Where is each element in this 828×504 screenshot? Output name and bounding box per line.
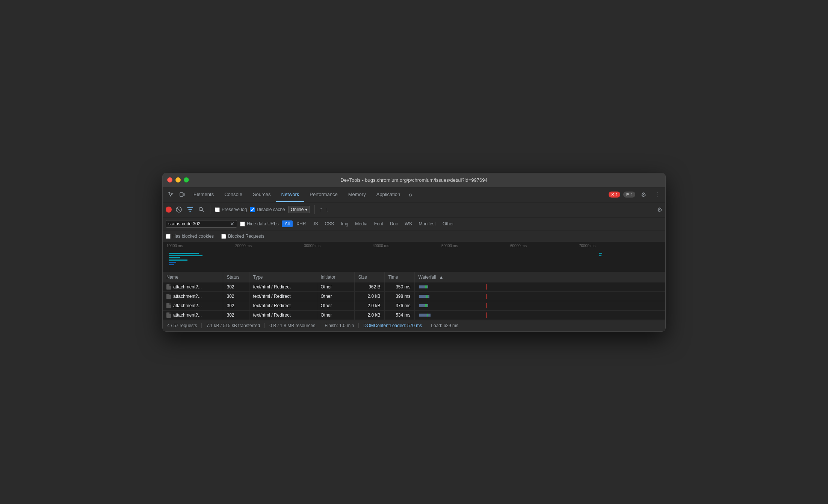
col-initiator[interactable]: Initiator [317,272,354,282]
type-btn-xhr[interactable]: XHR [293,220,309,227]
svg-rect-0 [180,193,183,196]
close-button[interactable] [167,177,172,183]
table-row[interactable]: attachment?...302text/html / RedirectOth… [163,310,665,320]
svg-line-5 [202,210,204,212]
tab-memory[interactable]: Memory [343,187,371,202]
import-icon[interactable]: ↑ [319,206,322,213]
settings-icon[interactable]: ⚙ [638,189,649,200]
traffic-lights [167,177,189,183]
col-type[interactable]: Type [249,272,317,282]
network-toolbar: Preserve log Disable cache Online ▾ ↑ ↓ … [163,202,665,217]
filter-input[interactable] [168,221,228,226]
tab-network[interactable]: Network [276,187,305,202]
cell-waterfall [414,282,665,291]
preserve-log-label[interactable]: Preserve log [215,207,247,212]
error-badge[interactable]: ✕ 1 [609,192,620,198]
hide-data-urls-label[interactable]: Hide data URLs [240,221,279,226]
col-name[interactable]: Name [163,272,223,282]
more-options-icon[interactable]: ⋮ [652,189,662,200]
network-table-wrap: Name Status Type Initiator Size Time Wat… [163,272,665,320]
minimize-button[interactable] [175,177,181,183]
blocked-requests-label[interactable]: Blocked Requests [221,234,264,239]
tab-console[interactable]: Console [219,187,248,202]
filter-input-wrap: ✕ [166,220,237,228]
status-dom-content-loaded: DOMContentLoaded: 570 ms [359,323,426,328]
type-btn-doc[interactable]: Doc [387,220,401,227]
preserve-log-checkbox[interactable] [215,207,220,212]
export-icon[interactable]: ↓ [325,206,328,213]
tab-performance[interactable]: Performance [304,187,343,202]
cell-size: 2.0 kB [354,301,384,310]
tab-application[interactable]: Application [371,187,406,202]
type-btn-media[interactable]: Media [352,220,370,227]
cell-status: 302 [223,282,249,291]
tab-right-controls: ✕ 1 ⚑ 1 ⚙ ⋮ [609,189,662,200]
cell-time: 534 ms [384,310,414,320]
table-row[interactable]: attachment?...302text/html / RedirectOth… [163,301,665,310]
cell-waterfall [414,310,665,320]
waterfall-timeline: 10000 ms 20000 ms 30000 ms 40000 ms 5000… [163,242,665,272]
type-btn-font[interactable]: Font [371,220,386,227]
disable-cache-label[interactable]: Disable cache [250,207,285,212]
timeline-label-2: 30000 ms [304,244,320,248]
col-size[interactable]: Size [354,272,384,282]
table-header-row: Name Status Type Initiator Size Time Wat… [163,272,665,282]
cell-time: 350 ms [384,282,414,291]
blocked-requests-checkbox[interactable] [221,234,226,239]
type-btn-manifest[interactable]: Manifest [416,220,439,227]
window-title: DevTools - bugs.chromium.org/p/chromium/… [340,177,487,183]
cell-size: 962 B [354,282,384,291]
cell-initiator: Other [317,291,354,301]
status-requests: 4 / 57 requests [167,323,202,328]
checkbox-row: Has blocked cookies Blocked Requests [163,231,665,242]
tab-elements[interactable]: Elements [188,187,219,202]
filter-icon[interactable] [186,205,194,214]
svg-point-4 [199,207,202,211]
filter-bar: ✕ Hide data URLs All XHR JS CSS Img Medi… [163,217,665,231]
type-btn-css[interactable]: CSS [322,220,337,227]
cell-type: text/html / Redirect [249,291,317,301]
maximize-button[interactable] [184,177,189,183]
type-btn-other[interactable]: Other [440,220,457,227]
col-status[interactable]: Status [223,272,249,282]
table-row[interactable]: attachment?...302text/html / RedirectOth… [163,282,665,291]
type-btn-img[interactable]: Img [338,220,351,227]
inspect-icon[interactable] [166,189,176,200]
search-icon[interactable] [197,205,205,214]
devtools-window: DevTools - bugs.chromium.org/p/chromium/… [162,173,666,332]
type-btn-js[interactable]: JS [310,220,321,227]
more-tabs-button[interactable]: » [405,187,415,202]
hide-data-urls-checkbox[interactable] [240,222,245,226]
status-resources: 0 B / 1.8 MB resources [265,323,320,328]
cell-time: 398 ms [384,291,414,301]
device-mode-icon[interactable] [177,189,187,200]
warning-badge[interactable]: ⚑ 1 [623,192,635,198]
cell-name: attachment?... [163,291,223,301]
has-blocked-cookies-label[interactable]: Has blocked cookies [166,234,214,239]
type-btn-all[interactable]: All [282,220,293,227]
throttle-dropdown[interactable]: Online ▾ [288,206,310,213]
col-time[interactable]: Time [384,272,414,282]
separator-1 [210,205,210,214]
clear-button[interactable] [175,205,183,214]
title-bar: DevTools - bugs.chromium.org/p/chromium/… [163,173,665,187]
tab-sources[interactable]: Sources [248,187,276,202]
has-blocked-cookies-checkbox[interactable] [166,234,171,239]
devtools-tab-bar: Elements Console Sources Network Perform… [163,187,665,202]
timeline-label-1: 20000 ms [235,244,252,248]
cell-time: 376 ms [384,301,414,310]
cell-name: attachment?... [163,282,223,291]
type-filter-buttons: All XHR JS CSS Img Media Font Doc WS Man… [282,220,457,227]
record-button[interactable] [166,207,172,213]
cell-type: text/html / Redirect [249,310,317,320]
timeline-labels: 10000 ms 20000 ms 30000 ms 40000 ms 5000… [163,242,665,250]
network-settings-icon[interactable]: ⚙ [657,206,662,213]
cell-type: text/html / Redirect [249,301,317,310]
timeline-label-3: 40000 ms [373,244,389,248]
disable-cache-checkbox[interactable] [250,207,255,212]
type-btn-ws[interactable]: WS [402,220,415,227]
cell-waterfall [414,301,665,310]
filter-clear-button[interactable]: ✕ [230,221,234,226]
table-row[interactable]: attachment?...302text/html / RedirectOth… [163,291,665,301]
col-waterfall[interactable]: Waterfall ▲ [414,272,665,282]
